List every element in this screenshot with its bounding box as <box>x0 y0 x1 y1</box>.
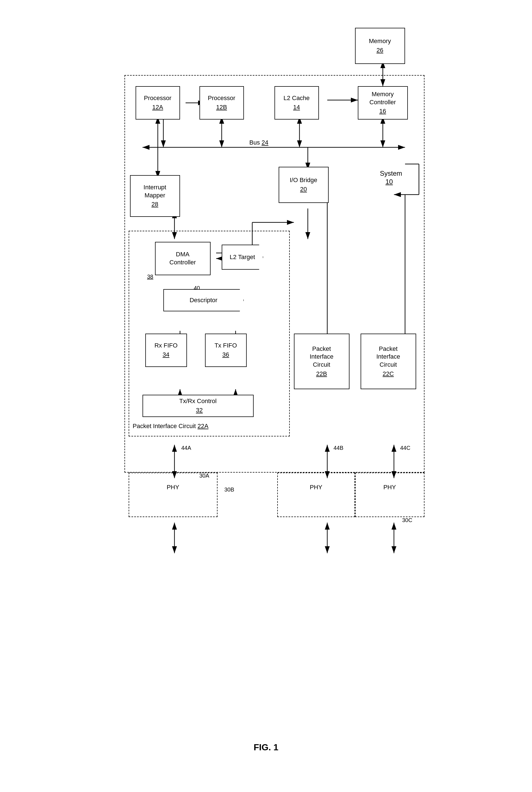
phy-30b-ref: 30B <box>225 486 234 493</box>
diagram: Memory 26 System 10 Processor 12A Proces… <box>99 11 433 734</box>
phy-30b-region <box>277 473 355 517</box>
dma-controller-box: DMAController 38 <box>155 242 211 275</box>
pic-22c-label: PacketInterfaceCircuit <box>376 345 400 369</box>
processor-12a-ref: 12A <box>152 104 163 111</box>
interrupt-mapper-ref: 28 <box>151 200 158 208</box>
memory-controller-ref: 16 <box>379 107 386 115</box>
pic-22c-ref: 22C <box>382 370 394 378</box>
pic-22a-caption: Packet Interface Circuit 22A <box>133 423 209 430</box>
io-bridge-ref: 20 <box>300 185 307 194</box>
phy-30a-region <box>129 473 217 517</box>
processor-12a-label: Processor <box>144 94 171 102</box>
bus-label: Bus 24 <box>249 139 269 146</box>
pic-22c-box: PacketInterfaceCircuit 22C <box>361 334 416 389</box>
l2-target-label: L2 Target <box>230 253 255 261</box>
processor-12b-label: Processor <box>208 94 235 102</box>
phy-30b-label-pos: PHY <box>284 484 348 491</box>
memory-controller-box: MemoryController 16 <box>358 86 408 119</box>
tx-fifo-box: Tx FIFO 36 <box>205 334 247 367</box>
phy-30c-region <box>355 473 424 517</box>
processor-12a-box: Processor 12A <box>136 86 180 119</box>
l2-cache-label: L2 Cache <box>283 94 309 102</box>
txrx-control-box: Tx/Rx Control 32 <box>142 395 254 417</box>
processor-12b-ref: 12B <box>216 104 227 111</box>
txrx-control-label: Tx/Rx Control <box>179 397 216 405</box>
processor-12b-box: Processor 12B <box>200 86 244 119</box>
rx-fifo-box: Rx FIFO 34 <box>145 334 187 367</box>
figure-caption: FIG. 1 <box>254 742 278 753</box>
phy-30a-label-pos: PHY <box>136 484 211 491</box>
rx-fifo-label: Rx FIFO <box>154 342 177 350</box>
interrupt-mapper-box: InterruptMapper 28 <box>130 175 180 217</box>
l2-cache-ref: 14 <box>293 104 300 111</box>
phy-30c-label-pos: PHY <box>362 484 418 491</box>
phy-30c-ref: 30C <box>402 517 413 523</box>
dma-controller-label: DMAController <box>169 251 196 266</box>
rx-fifo-ref: 34 <box>163 351 169 359</box>
memory-ref: 26 <box>376 47 383 55</box>
system-ref-label: 10 <box>385 178 393 186</box>
link-44c-label: 44C <box>400 445 411 451</box>
descriptor-box: Descriptor <box>163 289 244 311</box>
phy-30a-ref: 30A <box>200 473 209 479</box>
io-bridge-label: I/O Bridge <box>290 176 317 184</box>
io-bridge-box: I/O Bridge 20 <box>279 167 329 203</box>
descriptor-label: Descriptor <box>189 296 217 305</box>
system-label: System <box>380 170 402 177</box>
l2-cache-box: L2 Cache 14 <box>274 86 319 119</box>
dma-controller-ref: 38 <box>147 273 153 280</box>
pic-22b-label: PacketInterfaceCircuit <box>310 345 334 369</box>
tx-fifo-label: Tx FIFO <box>214 342 237 350</box>
memory-controller-label: MemoryController <box>369 90 396 106</box>
txrx-control-ref: 32 <box>196 406 203 415</box>
pic-22b-box: PacketInterfaceCircuit 22B <box>294 334 349 389</box>
link-44a-label: 44A <box>182 445 191 451</box>
link-44b-label: 44B <box>334 445 344 451</box>
l2-target-box: L2 Target 42 <box>222 245 263 270</box>
tx-fifo-ref: 36 <box>222 351 229 359</box>
pic-22b-ref: 22B <box>316 370 327 378</box>
interrupt-mapper-label: InterruptMapper <box>144 183 166 199</box>
memory-box: Memory 26 <box>355 28 405 64</box>
memory-label: Memory <box>369 37 391 45</box>
